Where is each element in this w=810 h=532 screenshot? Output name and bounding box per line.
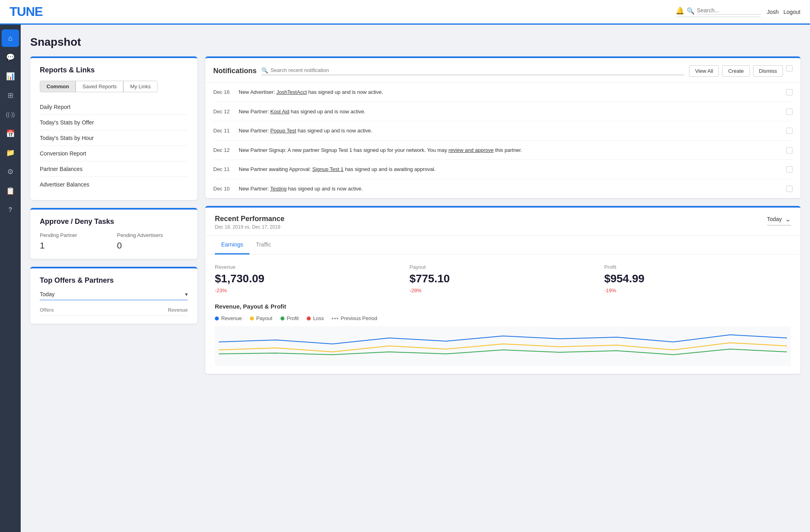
offers-table-header: Offers Revenue — [40, 305, 188, 316]
payout-value: $775.10 — [409, 272, 596, 285]
col-offers: Offers — [40, 307, 153, 313]
notif-text: New Partner Signup: A new partner Signup… — [239, 146, 780, 154]
list-item[interactable]: Conversion Report — [40, 146, 188, 161]
revenue-label: Revenue — [215, 264, 401, 270]
pending-advertisers-block: Pending Advertisers 0 — [117, 232, 188, 251]
revenue-value: $1,730.09 — [215, 272, 401, 285]
create-button[interactable]: Create — [722, 65, 750, 77]
performance-period-select[interactable]: Today ⌄ — [767, 215, 791, 225]
sidebar-item-folder[interactable]: 📁 — [2, 144, 19, 161]
list-item[interactable]: Partner Balances — [40, 161, 188, 177]
sidebar-item-messages[interactable]: 💬 — [2, 49, 19, 66]
reports-links-body: Reports & Links Common Saved Reports My … — [30, 58, 197, 200]
header-search-input[interactable] — [697, 7, 761, 15]
header: TUNE 🔔 🔍 Josh Logout — [0, 0, 810, 25]
dismiss-button[interactable]: Dismiss — [753, 65, 783, 77]
notification-checkbox[interactable] — [786, 166, 792, 173]
search-icon: 🔍 — [261, 67, 268, 74]
legend-payout: Payout — [250, 315, 272, 321]
sidebar-item-reports[interactable]: 📊 — [2, 68, 19, 85]
notification-checkbox[interactable] — [786, 128, 792, 134]
profit-change: -19% — [604, 287, 791, 293]
pending-advertisers-value: 0 — [117, 241, 188, 251]
revenue-change: -23% — [215, 287, 401, 293]
notifications-list: Dec 16 New Advertiser: JoshTestAcct has … — [205, 83, 800, 198]
chart-visualization — [215, 326, 791, 366]
chevron-down-icon: ⌄ — [785, 215, 791, 223]
notification-row: Dec 11 New Partner: Popup Test has signe… — [213, 121, 792, 141]
header-search-container: 🔔 🔍 — [676, 6, 761, 17]
approve-deny-title: Approve / Deny Tasks — [40, 217, 188, 226]
logo: TUNE — [10, 4, 43, 19]
notif-date: Dec 11 — [213, 127, 232, 134]
pending-partner-block: Pending Partner 1 — [40, 232, 111, 251]
tab-my-links[interactable]: My Links — [123, 81, 157, 92]
notifications-search-container: 🔍 — [261, 67, 684, 75]
sidebar-item-settings[interactable]: ⚙ — [2, 163, 19, 181]
sidebar-item-grid[interactable]: ⊞ — [2, 87, 19, 104]
legend-previous: Previous Period — [332, 315, 377, 321]
page-title: Snapshot — [30, 36, 800, 49]
notifications-actions: View All Create Dismiss — [689, 65, 792, 77]
legend-dots-previous — [332, 318, 338, 319]
sidebar: ⌂ 💬 📊 ⊞ ((·)) 📅 📁 ⚙ 📋 ? — [0, 25, 21, 532]
legend-label-loss: Loss — [313, 315, 324, 321]
notification-checkbox[interactable] — [786, 89, 792, 95]
notif-text: New Partner: Popup Test has signed up an… — [239, 127, 780, 135]
notification-checkbox[interactable] — [786, 147, 792, 153]
notif-date: Dec 11 — [213, 165, 232, 172]
list-item[interactable]: Today's Stats by Hour — [40, 130, 188, 146]
recent-performance-card: Recent Performance Dec 18, 2019 vs. Dec … — [205, 206, 800, 374]
tab-traffic[interactable]: Traffic — [249, 236, 277, 254]
sidebar-item-calendar[interactable]: 📅 — [2, 125, 19, 142]
pending-partner-value: 1 — [40, 241, 111, 251]
list-item[interactable]: Advertiser Balances — [40, 177, 188, 192]
legend-label-revenue: Revenue — [221, 315, 242, 321]
approve-deny-body: Approve / Deny Tasks Pending Partner 1 P… — [30, 210, 197, 259]
profit-value: $954.99 — [604, 272, 791, 285]
notification-checkbox[interactable] — [786, 109, 792, 115]
sidebar-item-help[interactable]: ? — [2, 201, 19, 219]
legend-profit: Profit — [280, 315, 299, 321]
pending-advertisers-label: Pending Advertisers — [117, 232, 188, 238]
profit-stat: Profit $954.99 -19% — [604, 264, 791, 293]
col-revenue: Revenue — [156, 307, 188, 313]
pending-partner-label: Pending Partner — [40, 232, 111, 238]
period-dropdown-label: Today — [40, 291, 185, 297]
top-offers-body: Top Offers & Partners Today ▾ Offers Rev… — [30, 268, 197, 324]
profit-label: Profit — [604, 264, 791, 270]
tab-earnings[interactable]: Earnings — [215, 236, 249, 254]
bell-icon[interactable]: 🔔 — [676, 6, 684, 15]
main-content: Snapshot Reports & Links Common Saved Re… — [21, 25, 810, 532]
list-item[interactable]: Daily Report — [40, 99, 188, 115]
payout-stat: Payout $775.10 -28% — [409, 264, 596, 293]
performance-subtitle: Dec 18, 2019 vs. Dec 17, 2019 — [215, 224, 767, 230]
chart-legend: Revenue Payout Profit Loss — [215, 315, 791, 321]
period-dropdown[interactable]: Today ▾ — [40, 291, 188, 300]
header-user: Josh Logout — [767, 9, 800, 15]
right-column: Notifications 🔍 View All Create Dismiss — [205, 56, 800, 374]
notifications-search-input[interactable] — [271, 67, 684, 73]
notifications-card: Notifications 🔍 View All Create Dismiss — [205, 56, 800, 198]
tab-common[interactable]: Common — [40, 81, 76, 92]
dismiss-all-checkbox[interactable] — [786, 65, 792, 72]
sidebar-item-home[interactable]: ⌂ — [2, 29, 19, 47]
sidebar-item-table[interactable]: 📋 — [2, 182, 19, 200]
performance-stats: Revenue $1,730.09 -23% Payout $775.10 -2… — [205, 254, 800, 300]
list-item[interactable]: Today's Stats by Offer — [40, 115, 188, 130]
tab-saved-reports[interactable]: Saved Reports — [76, 81, 123, 92]
notification-checkbox[interactable] — [786, 186, 792, 192]
view-all-button[interactable]: View All — [689, 65, 719, 77]
reports-links-card: Reports & Links Common Saved Reports My … — [30, 56, 197, 200]
notif-date: Dec 16 — [213, 88, 232, 95]
legend-revenue: Revenue — [215, 315, 242, 321]
logout-link[interactable]: Logout — [783, 9, 800, 15]
notification-row: Dec 11 New Partner awaiting Approval: Si… — [213, 160, 792, 179]
notif-text: New Partner: Kool Aid has signed up and … — [239, 108, 780, 116]
payout-change: -28% — [409, 287, 596, 293]
notifications-header: Notifications 🔍 View All Create Dismiss — [205, 58, 800, 83]
performance-header: Recent Performance Dec 18, 2019 vs. Dec … — [205, 208, 800, 236]
sidebar-item-signal[interactable]: ((·)) — [2, 106, 19, 123]
performance-tabs: Earnings Traffic — [205, 236, 800, 254]
search-icon[interactable]: 🔍 — [687, 7, 695, 15]
